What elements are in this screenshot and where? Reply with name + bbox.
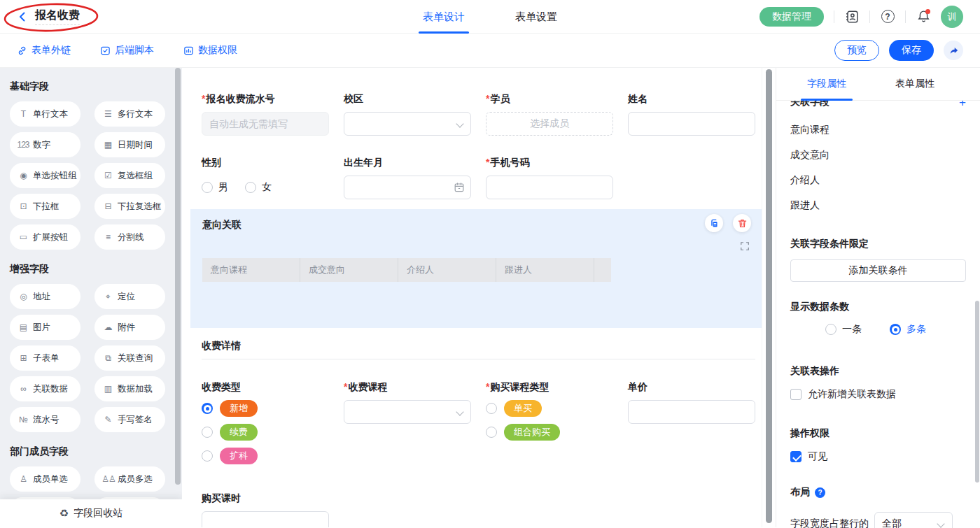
birth-month-input[interactable] [344,176,471,199]
datetime-icon: ▦ [102,140,114,150]
preview-button[interactable]: 预览 [834,40,879,61]
field-item-single-line-text[interactable]: T单行文本 [10,101,80,127]
field-label: 购买课程类型 [486,381,613,394]
tab-form-settings[interactable]: 表单设置 [515,0,557,34]
data-manage-button[interactable]: 数据管理 [760,7,824,27]
field-item-linked-data[interactable]: ∞关联数据 [10,376,80,401]
field-label: 出生年月 [344,157,471,169]
field-serial[interactable]: 报名收费流水号 [202,93,329,136]
field-item-serial-number[interactable]: №流水号 [10,407,80,432]
field-name[interactable]: 姓名 [628,93,755,136]
add-condition-button[interactable]: 添加关联条件 [790,259,966,282]
field-item-number[interactable]: 123数字 [10,132,80,157]
chevron-down-icon [937,520,944,527]
field-fee-type[interactable]: 收费类型 新增 续费 扩科 [202,381,329,464]
fee-type-option-renew[interactable]: 续费 [202,424,329,441]
field-campus[interactable]: 校区 [344,93,471,136]
campus-select[interactable] [344,112,471,136]
field-phone[interactable]: 手机号码 [486,157,613,199]
form-row-2: 性别 男 女 出生年月 手机号码 [202,157,762,199]
radio-icon [202,182,213,193]
member-single-icon: ♙ [17,474,29,484]
field-item-datetime[interactable]: ▦日期时间 [94,132,165,157]
field-item-data-load[interactable]: ▥数据加载 [94,376,165,401]
tab-form-properties[interactable]: 表单属性 [895,68,934,101]
fee-course-select[interactable] [344,400,471,424]
field-item-divider[interactable]: ≡分割线 [94,224,165,250]
address-book-icon[interactable] [844,9,860,24]
radio-group-icon: ◉ [17,171,29,180]
external-link-item[interactable]: 表单外链 [17,44,71,57]
tab-field-properties[interactable]: 字段属性 [807,68,846,101]
field-item-member-multi[interactable]: ♙♙成员多选 [94,466,165,492]
select-icon: ⊡ [17,201,29,211]
share-button[interactable] [944,41,963,60]
field-label: 收费课程 [344,381,471,394]
field-item-checkbox-group[interactable]: ☑复选框组 [94,163,165,188]
sidebar-scrollbar[interactable] [175,68,181,485]
tab-form-design[interactable]: 表单设计 [423,0,465,34]
field-hours[interactable]: 购买课时 [202,492,762,527]
field-item-radio-group[interactable]: ◉单选按钮组 [10,163,80,188]
canvas-scrollbar-thumb[interactable] [766,69,772,523]
phone-input[interactable] [486,176,613,199]
expand-icon[interactable] [740,241,750,251]
field-price[interactable]: 单价 [628,381,755,424]
notification-bell-icon[interactable] [916,9,931,24]
delete-field-button[interactable] [733,214,751,232]
add-related-field-icon[interactable]: + [959,101,966,108]
buy-type-option-combo[interactable]: 组合购买 [486,424,613,441]
gender-option-male[interactable]: 男 [202,181,228,194]
field-item-member-single[interactable]: ♙成员单选 [10,466,80,492]
field-item-image[interactable]: ▤图片 [10,315,80,340]
avatar[interactable]: 训 [941,6,963,28]
linked-data-icon: ∞ [17,384,29,394]
field-gender[interactable]: 性别 男 女 [202,157,329,199]
display-count-option-single[interactable]: 一条 [825,323,862,336]
display-count-option-multi[interactable]: 多条 [890,323,926,336]
field-birth-month[interactable]: 出生年月 [344,157,471,199]
help-icon[interactable]: ? [880,9,895,24]
backend-script-item[interactable]: 后端脚本 [100,44,154,57]
subform-icon: ⊞ [17,353,29,363]
field-library-sidebar: 基础字段 T单行文本 ☰多行文本 123数字 ▦日期时间 ◉单选按钮组 ☑复选框… [0,68,182,527]
field-item-address[interactable]: ◎地址 [10,284,80,309]
field-student[interactable]: 学员 选择成员 [486,93,613,136]
name-input[interactable] [628,112,755,136]
serial-input[interactable] [202,112,329,136]
layout-help-icon[interactable]: ? [815,487,825,498]
visible-checkbox-row[interactable]: 可见 [790,450,966,463]
price-input[interactable] [628,400,755,424]
field-item-attachment[interactable]: ☁附件 [94,315,165,340]
tag-expand: 扩科 [220,448,258,464]
copy-field-button[interactable] [705,214,723,232]
field-fee-course[interactable]: 收费课程 [344,381,471,424]
field-item-subform[interactable]: ⊞子表单 [10,345,80,371]
back-icon[interactable] [17,11,28,22]
field-item-extend-button[interactable]: ▭扩展按钮 [10,224,80,250]
field-item-select[interactable]: ⊡下拉框 [10,194,80,219]
field-width-select[interactable]: 全部 [874,512,953,528]
fee-type-option-expand[interactable]: 扩科 [202,448,329,464]
linked-query-icon: ⧉ [102,353,114,363]
field-item-multi-line-text[interactable]: ☰多行文本 [94,101,165,127]
radio-icon [245,182,256,193]
field-buy-type[interactable]: 购买课程类型 单买 组合购买 [486,381,613,441]
save-button[interactable]: 保存 [889,40,934,61]
intent-relation-section[interactable]: 意向关联 意向课程 成交意向 介绍人 跟进人 [190,209,762,328]
field-recycle-bin[interactable]: ♻ 字段回收站 [0,499,182,527]
fee-type-option-new[interactable]: 新增 [202,400,329,417]
field-item-location[interactable]: ⌖定位 [94,284,165,309]
buy-type-option-single[interactable]: 单买 [486,400,613,417]
allow-add-related-checkbox-row[interactable]: 允许新增关联表数据 [790,388,966,401]
field-item-signature[interactable]: ✎手写签名 [94,407,165,432]
hours-input[interactable] [202,511,329,527]
field-item-linked-query[interactable]: ⧉关联查询 [94,345,165,371]
panel-scrollbar-thumb[interactable] [975,301,979,483]
field-item-multi-select[interactable]: ⊟下拉复选框 [94,194,165,219]
form-row-1: 报名收费流水号 校区 学员 选择成员 姓名 [202,93,762,136]
intent-table-header: 意向课程 成交意向 介绍人 跟进人 [202,258,750,282]
data-permission-item[interactable]: 数据权限 [183,44,237,57]
member-picker[interactable]: 选择成员 [486,112,613,136]
gender-option-female[interactable]: 女 [245,181,272,194]
